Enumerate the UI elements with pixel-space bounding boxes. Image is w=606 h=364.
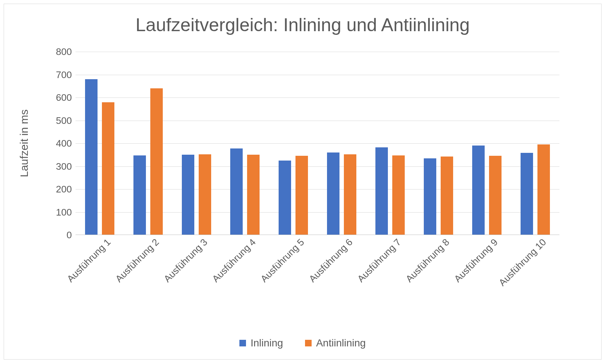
bar-antiinlining — [441, 157, 453, 235]
y-tick-label: 100 — [46, 206, 72, 218]
bar-inlining — [230, 148, 243, 235]
chart-title: Laufzeitvergleich: Inlining und Antiinli… — [4, 14, 601, 36]
plot-area: 0100200300400500600700800 Ausführung 1Au… — [76, 52, 559, 235]
y-tick-label: 400 — [46, 138, 72, 149]
legend-item: Inlining — [239, 337, 283, 349]
legend-label: Inlining — [250, 337, 283, 349]
bar-inlining — [327, 152, 339, 235]
chart-frame: Laufzeitvergleich: Inlining und Antiinli… — [4, 4, 602, 360]
y-tick-label: 700 — [46, 69, 72, 80]
bar-antiinlining — [150, 88, 163, 235]
legend-label: Antiinlining — [316, 337, 366, 349]
y-tick-label: 800 — [46, 46, 72, 58]
bar-inlining — [472, 146, 485, 235]
legend-item: Antiinlining — [305, 337, 366, 349]
bar-antiinlining — [247, 155, 260, 235]
y-tick-label: 200 — [46, 184, 72, 195]
legend-swatch — [305, 340, 312, 346]
bar-antiinlining — [344, 154, 356, 235]
bar-antiinlining — [392, 155, 405, 235]
legend-swatch — [239, 340, 246, 346]
x-axis-line — [76, 235, 559, 235]
bars-layer — [76, 52, 559, 235]
y-tick-label: 0 — [46, 229, 72, 241]
bar-inlining — [85, 79, 98, 235]
bar-antiinlining — [102, 102, 114, 235]
bar-inlining — [182, 155, 194, 235]
bar-inlining — [133, 155, 146, 235]
bar-inlining — [375, 147, 388, 235]
legend: InliningAntiinlining — [4, 337, 601, 349]
bar-inlining — [279, 161, 291, 235]
bar-inlining — [521, 153, 533, 235]
y-tick-label: 300 — [46, 161, 72, 172]
y-tick-label: 600 — [46, 92, 72, 103]
bar-inlining — [424, 158, 436, 235]
bar-antiinlining — [537, 144, 550, 235]
bar-antiinlining — [199, 154, 211, 235]
y-axis-title: Laufzeit in ms — [18, 109, 30, 177]
bar-antiinlining — [295, 156, 308, 235]
y-tick-label: 500 — [46, 115, 72, 126]
bar-antiinlining — [489, 156, 502, 235]
